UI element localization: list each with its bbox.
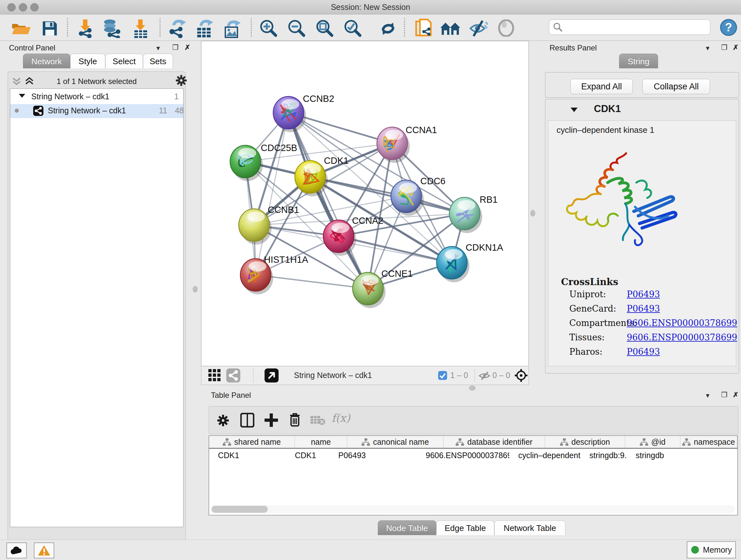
protein-collapse-icon[interactable] <box>570 107 578 113</box>
add-column-icon[interactable] <box>264 413 279 428</box>
import-table-icon[interactable] <box>132 19 149 38</box>
tab-string[interactable]: String <box>619 54 658 68</box>
network-node-ccnb1[interactable]: CCNB1 <box>239 205 299 245</box>
expand-all-button[interactable]: Expand All <box>570 79 633 94</box>
collapse-all-button[interactable]: Collapse All <box>643 79 710 94</box>
zoom-out-icon[interactable] <box>287 19 307 38</box>
node-label: CDKN1A <box>466 242 503 253</box>
table-panel-close-icon[interactable]: ✗ <box>733 391 738 399</box>
zoom-in-icon[interactable] <box>259 19 279 38</box>
export-network-icon[interactable] <box>167 19 186 38</box>
control-panel-menu-icon[interactable]: ▾ <box>156 44 160 52</box>
grid-view-icon[interactable] <box>208 369 221 382</box>
warning-status-button[interactable] <box>34 543 54 558</box>
node-label: CCNB1 <box>268 205 299 215</box>
table-row[interactable]: CDK1CDK1P064939606.ENSP00000378699cyclin… <box>209 449 738 462</box>
crosslink-link[interactable]: P06493 <box>627 304 660 314</box>
crosslink-link[interactable]: P06493 <box>627 289 660 299</box>
help-icon[interactable]: ? <box>720 19 737 36</box>
crosslink-link[interactable]: 9606.ENSP00000378699 <box>627 332 737 342</box>
table-cell[interactable]: CDK1 <box>286 449 329 462</box>
table-cell[interactable]: cyclin–dependent ... <box>509 449 581 462</box>
birds-eye-view-icon[interactable] <box>265 368 279 382</box>
import-network-icon[interactable] <box>77 19 94 38</box>
zoom-selected-icon[interactable] <box>343 19 363 38</box>
table-cell[interactable]: 9606.ENSP00000378699 <box>417 449 509 462</box>
tab-edge-table[interactable]: Edge Table <box>436 520 494 535</box>
search-field[interactable] <box>549 19 711 35</box>
network-node-rb1[interactable]: RB1 <box>449 194 497 233</box>
tab-select[interactable]: Select <box>105 54 143 68</box>
network-node-cdkn1a[interactable]: CDKN1A <box>436 242 503 282</box>
scrollbar-thumb[interactable] <box>212 506 268 513</box>
crosslinks-heading: CrossLinks <box>561 276 618 287</box>
export-table-icon[interactable] <box>195 18 213 38</box>
table-panel-float-icon[interactable]: ❐ <box>721 391 728 399</box>
netbar-separator <box>253 368 253 383</box>
column-header-description[interactable]: description <box>545 436 625 448</box>
tab-network[interactable]: Network <box>23 54 70 68</box>
hide-selected-icon[interactable] <box>468 19 488 37</box>
column-header-canonical-name[interactable]: canonical name <box>347 436 444 448</box>
network-node-ccne1[interactable]: CCNE1 <box>353 268 413 308</box>
network-row-selected[interactable]: String Network – cdk1 11 48 <box>10 104 183 118</box>
network-node-hist1h1a[interactable]: HIST1H1A <box>240 254 308 294</box>
show-columns-icon[interactable] <box>240 413 254 428</box>
collection-expand-icon[interactable] <box>18 93 25 98</box>
column-header--id[interactable]: @id <box>625 436 680 448</box>
results-panel-menu-icon[interactable]: ▾ <box>706 44 710 52</box>
tab-node-table[interactable]: Node Table <box>378 520 436 535</box>
delete-column-trash-icon[interactable] <box>288 412 301 428</box>
control-panel-float-icon[interactable]: ❐ <box>172 44 179 52</box>
cloud-status-button[interactable] <box>6 543 27 558</box>
column-header-namespace[interactable]: namespace <box>680 436 737 448</box>
table-cell[interactable]: stringdb:9... <box>581 449 627 462</box>
tab-sets[interactable]: Sets <box>143 54 173 68</box>
import-network-database-icon[interactable] <box>102 19 122 38</box>
open-session-icon[interactable] <box>11 21 31 36</box>
clone-network-icon[interactable] <box>415 18 434 38</box>
network-edge[interactable] <box>256 113 288 275</box>
column-header-name[interactable]: name <box>295 436 347 448</box>
graphics-details-icon[interactable] <box>498 19 516 37</box>
refresh-layout-icon[interactable] <box>379 20 397 37</box>
search-input[interactable] <box>566 22 710 32</box>
crosslink-link[interactable]: 9606.ENSP00000378699 <box>627 318 737 328</box>
column-header-shared-name[interactable]: shared name <box>209 436 295 448</box>
table-panel-menu-icon[interactable]: ▾ <box>706 391 710 400</box>
network-canvas[interactable]: CCNB2CCNA1CDC25BCDK1CDC6RB1CCNB1CCNA2CDK… <box>201 41 529 366</box>
results-panel-close-icon[interactable]: ✗ <box>733 44 738 52</box>
network-column-icon <box>640 438 648 446</box>
column-header-database-identifier[interactable]: database identifier <box>444 436 545 448</box>
network-column-icon <box>223 438 231 446</box>
control-panel-close-icon[interactable]: ✗ <box>185 44 190 52</box>
network-node-cdc25b[interactable]: CDC25B <box>230 143 297 181</box>
selected-checkbox-icon[interactable] <box>438 371 447 380</box>
network-collection-row[interactable]: String Network – cdk1 1 <box>10 90 183 104</box>
network-node-cdk1[interactable]: CDK1 <box>295 155 348 196</box>
warning-icon <box>38 545 51 556</box>
hidden-eye-slash-icon[interactable] <box>478 371 490 380</box>
tab-style[interactable]: Style <box>70 54 105 68</box>
column-header-label: @id <box>651 437 666 447</box>
network-options-gear-icon[interactable] <box>175 74 187 86</box>
fit-selected-crosshair-icon[interactable] <box>514 368 528 382</box>
table-cell[interactable]: stringdb <box>627 449 675 462</box>
splitter-handle[interactable] <box>530 210 535 216</box>
network-share-view-icon[interactable] <box>226 368 240 382</box>
first-neighbors-icon[interactable] <box>440 21 461 36</box>
crosslink-link[interactable]: P06493 <box>627 347 660 357</box>
network-node-cdc6[interactable]: CDC6 <box>391 176 446 216</box>
table-horizontal-scrollbar[interactable] <box>210 505 735 513</box>
zoom-fit-icon[interactable] <box>315 19 335 38</box>
splitter-handle[interactable] <box>193 286 198 293</box>
tab-network-table[interactable]: Network Table <box>494 520 565 535</box>
table-settings-gear-icon[interactable] <box>217 414 229 427</box>
table-cell[interactable]: CDK1 <box>209 449 286 462</box>
crosslink-label: Uniprot: <box>569 289 606 299</box>
save-session-icon[interactable] <box>42 20 58 37</box>
table-cell[interactable]: P06493 <box>329 449 417 462</box>
results-panel-float-icon[interactable]: ❐ <box>721 44 728 52</box>
export-image-icon[interactable] <box>223 18 242 38</box>
memory-button[interactable]: Memory <box>687 541 736 558</box>
